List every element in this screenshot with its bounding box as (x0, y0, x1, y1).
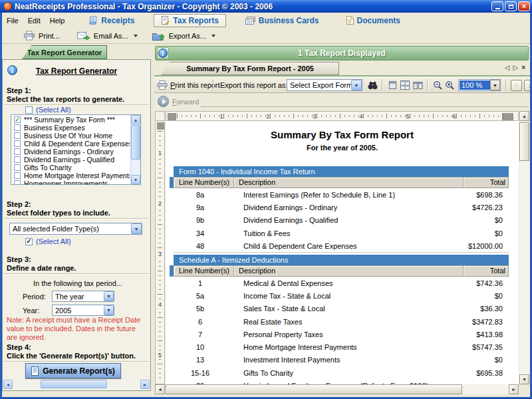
cell-total: $698.36 (446, 191, 509, 199)
report-type-item[interactable]: ✓ Business Expenses (12, 124, 130, 132)
close-tab-icon[interactable]: × (521, 64, 525, 71)
tab-tax-report-generator[interactable]: Tax Report Generator (22, 45, 107, 59)
folder-type-select[interactable]: All selected Folder Type(s) ▼ (9, 223, 142, 235)
scroll-down-button[interactable]: ▼ (519, 374, 529, 384)
list-scrollbar[interactable]: ▲ ▼ (130, 115, 140, 184)
forward-button[interactable]: Forward (172, 98, 199, 106)
report-type-checkbox[interactable]: ✓ (14, 172, 21, 179)
scroll-thumb[interactable] (41, 380, 107, 388)
report-hscrollbar[interactable]: ◄ ► (155, 384, 519, 394)
chevron-down-icon[interactable]: ▼ (104, 291, 114, 301)
scroll-right-button[interactable]: ► (509, 384, 519, 394)
tab-tax-reports[interactable]: Tax Reports (154, 14, 225, 27)
scroll-down-button[interactable]: ▼ (131, 175, 140, 184)
zoom-level-combo[interactable]: 100 % ▼ (458, 79, 501, 91)
next-tab-icon[interactable]: ▷ (513, 64, 518, 71)
report-type-item[interactable]: ✓ Home Mortgage Interest Payments (12, 172, 130, 180)
scroll-thumb[interactable] (166, 384, 462, 394)
chevron-down-icon[interactable]: ▼ (131, 223, 142, 234)
report-type-item[interactable]: ✓ Homeowner Improvements (12, 180, 130, 184)
generate-reports-label: Generate Report(s) (43, 366, 115, 376)
step4-title: Step 4: (7, 343, 31, 351)
cell-line-number: 9b (174, 216, 227, 224)
minimize-button[interactable] (491, 1, 503, 11)
select-all-folders[interactable]: ✓ (Select All) (25, 237, 71, 245)
report-type-checkbox[interactable]: ✓ (14, 148, 21, 155)
scroll-right-button[interactable]: ► (140, 380, 150, 389)
tab-documents[interactable]: Documents (338, 14, 408, 27)
report-type-item[interactable]: ✓ Dividend Earnings - Ordinary (12, 148, 130, 156)
cell-description: Personal Property Taxes (227, 331, 446, 338)
menu-item[interactable]: Help (45, 15, 70, 26)
period-select[interactable]: The year ▼ (52, 291, 114, 302)
col-line-numbers: Line Number(s) (174, 178, 233, 188)
generate-reports-button[interactable]: Generate Report(s) (25, 363, 121, 378)
chevron-down-icon[interactable]: ▼ (490, 80, 500, 90)
report-type-item[interactable]: ✓ Business Use Of Your Home (12, 132, 130, 140)
ruler-number: 2 (245, 113, 291, 120)
table-row: 10 Home Mortgage Interest Payments $5747… (174, 340, 509, 353)
select-all-reports[interactable]: ✓ (Select All) (25, 106, 71, 114)
report-types-list: ✓ *** Summary By Tax Form *** ✓ Business… (11, 114, 141, 185)
report-type-checkbox[interactable]: ✓ (14, 164, 21, 171)
report-type-checkbox[interactable]: ✓ (14, 124, 21, 131)
restore-button[interactable] (505, 1, 517, 11)
menu-item[interactable]: File (2, 15, 23, 26)
zoom-in-icon (445, 80, 454, 90)
step1-subtitle: Select the tax reports to generate. (7, 95, 124, 103)
print-button[interactable]: Print... (19, 29, 64, 42)
export-as-button[interactable]: Export As... (148, 30, 219, 42)
select-all-checkbox[interactable]: ✓ (25, 106, 33, 114)
zoom-out-button[interactable] (433, 79, 442, 91)
cell-description: Dividend Earnings - Qualified (227, 216, 446, 224)
scroll-up-button[interactable]: ▲ (131, 115, 140, 124)
single-page-view-button[interactable] (388, 79, 397, 91)
email-as-button[interactable]: Email As... (73, 30, 142, 42)
table-column-headers: Line Number(s) Description Total (170, 265, 509, 277)
year-select[interactable]: 2005 ▼ (52, 305, 114, 316)
find-button[interactable] (368, 79, 378, 91)
export-format-select[interactable]: Select Export Format... ▼ (287, 79, 362, 91)
report-tab[interactable]: Summary By Tax Form Report - 2005 (161, 62, 339, 75)
previous-page-button[interactable]: ↑ (511, 79, 522, 91)
facing-pages-view-button[interactable] (413, 79, 423, 91)
ruler-number: 1 (156, 149, 164, 157)
menu-item[interactable]: Edit (23, 15, 45, 26)
prev-tab-icon[interactable]: ◁ (505, 64, 510, 71)
scroll-left-button[interactable]: ◄ (155, 384, 165, 394)
menu-bar: FileEditHelp Receipts Tax Reports Busine… (2, 13, 530, 28)
print-report-button[interactable]: Print this report (157, 79, 220, 91)
chevron-down-icon[interactable]: ▼ (351, 80, 362, 90)
report-type-checkbox[interactable]: ✓ (14, 140, 21, 147)
report-type-checkbox[interactable]: ✓ (14, 132, 21, 139)
report-page: Summary By Tax Form Report For the year … (166, 121, 519, 384)
zoom-in-button[interactable] (445, 79, 454, 91)
chevron-down-icon[interactable]: ▼ (104, 305, 114, 315)
section-header: Form 1040 - Individual Income Tax Return (174, 166, 509, 177)
report-tab-strip: Summary By Tax Form Report - 2005 ◁ ▷ × (154, 61, 531, 75)
report-type-checkbox[interactable]: ✓ (14, 116, 21, 123)
report-type-item[interactable]: ✓ *** Summary By Tax Form *** (12, 116, 130, 124)
report-type-checkbox[interactable]: ✓ (14, 180, 21, 184)
multi-page-view-button[interactable] (400, 79, 410, 91)
forward-icon (158, 96, 169, 107)
scroll-up-button[interactable]: ▲ (519, 111, 529, 121)
scroll-thumb[interactable] (131, 125, 140, 160)
scroll-thumb[interactable] (519, 122, 529, 161)
sidebar-hscrollbar[interactable]: ◄ ► (3, 380, 150, 389)
cell-line-number: 48 (174, 242, 227, 250)
cell-total: $5747.35 (446, 343, 509, 351)
tab-receipts[interactable]: Receipts (81, 14, 142, 27)
report-type-item[interactable]: ✓ Child & Dependent Care Expenses (12, 140, 130, 148)
tab-business-cards[interactable]: Business Cards (238, 14, 327, 27)
scroll-left-button[interactable]: ◄ (3, 380, 13, 389)
report-type-item[interactable]: ✓ Gifts To Charity (12, 164, 130, 172)
cell-line-number: 5a (174, 292, 227, 300)
col-total: Total (463, 266, 508, 276)
select-all-folders-checkbox[interactable]: ✓ (25, 238, 33, 245)
report-vscrollbar[interactable]: ▲ ▼ (519, 111, 529, 384)
close-button[interactable]: × (518, 1, 530, 11)
separator (4, 273, 149, 275)
report-type-checkbox[interactable]: ✓ (14, 156, 21, 163)
report-type-item[interactable]: ✓ Dividend Earnings - Qualified (12, 156, 130, 164)
